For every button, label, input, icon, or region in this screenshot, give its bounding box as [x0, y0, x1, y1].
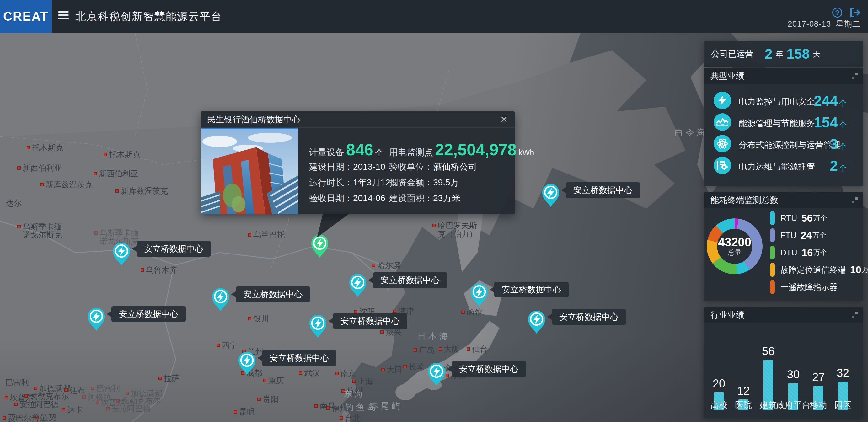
city-label: 克（伯力） — [432, 229, 477, 239]
city-dot-icon — [299, 371, 302, 375]
typical-performance-item[interactable]: 分布式能源控制与运营管理3个 — [704, 135, 863, 154]
help-icon[interactable]: ? — [832, 7, 842, 18]
bar-value-label: 56 — [754, 345, 782, 358]
city-dot-icon — [34, 387, 37, 390]
city-dot-icon — [380, 330, 384, 334]
city-label: 台北 — [340, 413, 361, 422]
city-dot-icon — [217, 344, 220, 347]
datacenter-pin-icon[interactable] — [469, 282, 490, 309]
typical-performance-item[interactable]: 能源管理与节能服务154个 — [704, 113, 863, 132]
datacenter-marker-label[interactable]: 安立桥数据中心 — [552, 309, 626, 325]
datacenter-marker-label[interactable]: 安立桥数据中心 — [373, 272, 447, 288]
city-dot-icon — [158, 377, 162, 380]
close-icon[interactable]: ✕ — [498, 114, 509, 125]
city-dot-icon — [94, 172, 97, 175]
city-dot-icon — [467, 347, 470, 351]
city-label: 重庆 — [263, 375, 284, 386]
pulse-icon — [714, 113, 731, 131]
operation-days: 158 — [786, 46, 809, 62]
expand-icon[interactable] — [852, 197, 858, 203]
datacenter-pin-icon[interactable] — [347, 273, 368, 299]
popup-pointer — [314, 213, 358, 241]
header-date: 2017-08-13 星期二 — [788, 19, 861, 29]
datacenter-pin-icon[interactable] — [237, 351, 257, 377]
performance-count: 154个 — [814, 114, 847, 131]
datacenter-pin-icon[interactable] — [308, 314, 328, 340]
city-label: 托木斯克 — [27, 142, 63, 153]
terminal-donut-chart: 43200 总量 — [707, 218, 763, 274]
city-dot-icon — [372, 264, 375, 267]
datacenter-marker-label[interactable]: 安立桥数据中心 — [262, 350, 336, 366]
city-label: 阿格拉 — [82, 392, 111, 402]
city-label: 大田 — [381, 365, 402, 375]
city-dot-icon — [432, 224, 436, 227]
expand-icon[interactable] — [852, 73, 858, 79]
city-label: 仙台 — [467, 344, 488, 354]
performance-label: 电力监控与用电安全 — [739, 96, 815, 107]
expand-icon[interactable] — [852, 312, 858, 318]
city-label: 乌鲁木齐 — [141, 265, 177, 275]
city-dot-icon — [461, 311, 465, 314]
legend-swatch — [770, 263, 775, 277]
datacenter-pin-icon[interactable] — [540, 183, 561, 209]
city-label: 武汉 — [299, 368, 320, 378]
city-dot-icon — [257, 397, 261, 401]
city-label: 托木斯克 — [103, 149, 140, 160]
datacenter-marker-label[interactable]: 安立桥数据中心 — [333, 313, 407, 329]
city-dot-icon — [2, 416, 6, 420]
datacenter-pin-icon[interactable] — [86, 306, 107, 333]
city-label: 函馆 — [461, 307, 482, 318]
sea-label: 日本海 — [417, 331, 450, 342]
city-label: 上海 — [352, 376, 373, 387]
panel-industry-performance: 行业业绩 20高校12医院56建筑30政府平台27移动32园区 — [704, 307, 863, 418]
city-label: 长崎 — [403, 361, 424, 372]
panel-industry-header: 行业业绩 — [704, 307, 863, 323]
popup-stat-secondary: 建设面积：23万米 — [389, 192, 460, 204]
bar-value-label: 27 — [804, 371, 833, 384]
datacenter-pin-icon[interactable] — [111, 241, 132, 268]
city-label: 安拉阿巴德 — [14, 399, 59, 410]
typical-performance-item[interactable]: 电力监控与用电安全244个 — [704, 92, 863, 110]
city-dot-icon — [248, 233, 251, 236]
city-dot-icon — [141, 268, 144, 272]
city-dot-icon — [17, 225, 21, 228]
bar-category-label: 园区 — [824, 399, 862, 411]
legend-item: RTU56万个 — [770, 211, 827, 225]
city-dot-icon — [393, 310, 396, 313]
panel-company-operation: 公司已运营 2 年 158 天 — [704, 41, 863, 67]
datacenter-marker-label[interactable]: 安立桥数据中心 — [136, 241, 211, 257]
city-label: 拉萨 — [158, 373, 180, 383]
typical-performance-item[interactable]: 电力运维与能源托管2个 — [704, 157, 863, 175]
datacenter-marker-label[interactable]: 安立桥数据中心 — [452, 361, 526, 377]
datacenter-pin-icon[interactable] — [210, 287, 231, 313]
popup-titlebar: 民生银行酒仙桥数据中心 ✕ — [201, 111, 515, 128]
popup-stat-secondary: 运行时长：1年3月12日 — [309, 176, 399, 189]
menu-icon[interactable] — [58, 11, 69, 21]
city-dot-icon — [340, 416, 343, 420]
datacenter-pin-icon[interactable] — [526, 310, 547, 336]
sea-label: 赤尾屿 — [370, 400, 403, 412]
city-dot-icon — [5, 396, 8, 399]
city-label: 福州 — [327, 403, 347, 413]
legend-swatch — [770, 246, 775, 259]
datacenter-marker-label[interactable]: 安立桥数据中心 — [566, 182, 640, 198]
city-dot-icon — [335, 372, 339, 375]
city-dot-icon — [352, 380, 355, 383]
datacenter-marker-label[interactable]: 安立桥数据中心 — [112, 306, 186, 322]
legend-swatch — [770, 228, 775, 242]
city-label: 西宁 — [217, 340, 238, 351]
performance-count: 3个 — [830, 135, 847, 153]
popup-stat-secondary: 建设日期：2013-10 — [309, 161, 385, 173]
popup-stat-secondary: 投资金额：39.5万 — [389, 176, 459, 189]
datacenter-building-photo — [201, 128, 298, 214]
dashboard: 托木斯克托木斯克新西伯利亚新西伯利亚新库兹涅茨克新库兹涅茨克乌斯季卡缅诺戈尔斯克… — [0, 0, 868, 422]
logout-icon[interactable] — [850, 8, 861, 17]
datacenter-marker-label[interactable]: 安立桥数据中心 — [236, 287, 310, 302]
datacenter-pin-icon[interactable] — [426, 361, 447, 388]
city-dot-icon — [116, 189, 119, 193]
page-title: 北京科税创新智慧能源云平台 — [75, 0, 222, 33]
city-label: 达尔 — [1, 198, 22, 208]
datacenter-marker-label[interactable]: 安立桥数据中心 — [494, 282, 569, 297]
city-label: 乌兰巴托 — [248, 230, 285, 240]
city-label: 贾巴尔普尔 — [2, 413, 47, 422]
